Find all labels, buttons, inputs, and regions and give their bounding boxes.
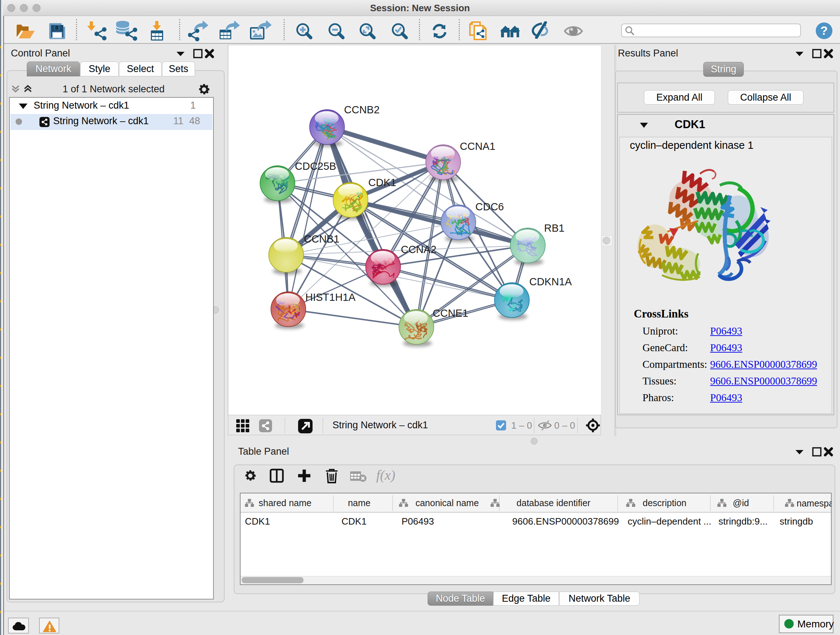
svg-text:CCNB1: CCNB1	[304, 233, 339, 245]
svg-text:CDC6: CDC6	[475, 201, 504, 212]
svg-text:CCNA2: CCNA2	[401, 244, 436, 255]
svg-text:CDC25B: CDC25B	[295, 160, 336, 172]
svg-text:CDKN1A: CDKN1A	[529, 276, 572, 287]
svg-text:RB1: RB1	[544, 222, 564, 234]
svg-text:CCNE1: CCNE1	[433, 307, 468, 319]
svg-text:CCNB2: CCNB2	[344, 104, 379, 116]
svg-text:CCNA1: CCNA1	[460, 141, 495, 152]
svg-text:CDK1: CDK1	[368, 177, 396, 188]
svg-text:?: ?	[821, 24, 828, 37]
svg-text:HIST1H1A: HIST1H1A	[305, 291, 355, 303]
